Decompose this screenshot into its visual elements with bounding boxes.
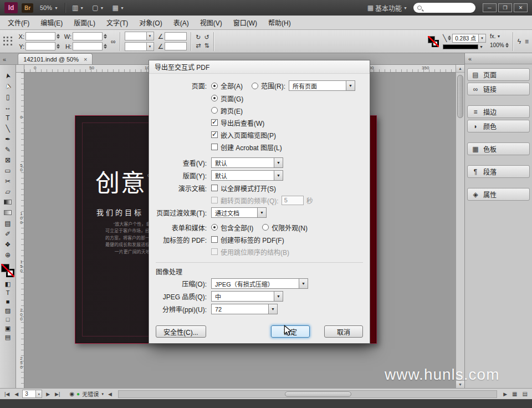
- gradient-feather-tool-icon[interactable]: ▆: [2, 207, 14, 218]
- stroke-weight-spinner[interactable]: [448, 34, 451, 42]
- horizontal-scrollbar[interactable]: [118, 390, 497, 398]
- screen-mode-tool-button[interactable]: ▣: [2, 324, 14, 333]
- x-position-input[interactable]: [25, 32, 55, 40]
- open-fullscreen-checkbox[interactable]: 以全屏模式打开(S): [211, 183, 276, 193]
- panel-button-attributes[interactable]: ◈ 属性: [467, 188, 530, 201]
- panel-menu-icon[interactable]: ≡: [525, 38, 529, 45]
- transform-icon[interactable]: ↻: [196, 34, 201, 41]
- formatting-tool-button[interactable]: ◧: [2, 279, 14, 288]
- export-spreads-radio[interactable]: 跨页(E): [211, 106, 243, 115]
- page-transitions-select[interactable]: 通过文档: [211, 207, 267, 218]
- selection-tool-icon[interactable]: ➤: [2, 70, 14, 81]
- panel-button-links[interactable]: ∞ 链接: [467, 83, 530, 95]
- appearance-only-radio[interactable]: 仅限外观(N): [262, 223, 308, 232]
- width-spinner[interactable]: [104, 32, 107, 40]
- statusbar-panel-icon[interactable]: ▤: [521, 391, 529, 397]
- statusbar-panel-icon[interactable]: ▦: [511, 391, 518, 397]
- y-position-input[interactable]: [25, 42, 55, 50]
- zoom-tool-icon[interactable]: ⊕: [2, 249, 14, 260]
- line-tool-icon[interactable]: ╲: [2, 123, 14, 134]
- stroke-weight-combo[interactable]: 0.283 点: [452, 34, 486, 43]
- search-box[interactable]: [413, 3, 475, 13]
- formatting-tool-button[interactable]: T: [2, 288, 14, 297]
- create-tagged-pdf-checkbox[interactable]: 创建带标签的 PDF(F): [211, 235, 284, 244]
- view-select[interactable]: 默认: [211, 157, 283, 168]
- scale-y-combo[interactable]: [125, 42, 154, 51]
- bridge-button[interactable]: Br: [22, 3, 33, 13]
- first-page-button[interactable]: |◀: [3, 391, 11, 397]
- note-tool-icon[interactable]: ▤: [2, 218, 14, 228]
- menu-item[interactable]: 窗口(W): [228, 15, 263, 30]
- quick-apply-icon[interactable]: ϟ: [518, 38, 521, 45]
- scroll-down-icon[interactable]: ▼: [456, 380, 464, 388]
- jpeg-quality-select[interactable]: 中: [211, 291, 283, 302]
- height-spinner[interactable]: [104, 42, 107, 50]
- pages-range-radio[interactable]: 范围(R):: [252, 81, 285, 90]
- menu-item[interactable]: 帮助(H): [263, 15, 296, 30]
- hand-tool-icon[interactable]: ❖: [2, 239, 14, 249]
- tab-close-icon[interactable]: ×: [84, 56, 87, 63]
- previous-page-button[interactable]: ◀: [13, 391, 19, 397]
- transform-icon[interactable]: ⇅: [204, 42, 209, 49]
- expand-panels-icon[interactable]: «: [468, 55, 472, 62]
- direct-selection-tool-icon[interactable]: ➤: [2, 81, 14, 91]
- panel-button-swatches[interactable]: ▦ 色板: [467, 142, 530, 155]
- menu-item[interactable]: 对象(O): [134, 15, 167, 30]
- flip-frequency-input[interactable]: [282, 196, 304, 205]
- rotation-angle-input[interactable]: [165, 32, 187, 40]
- flip-pages-checkbox[interactable]: 翻转页面的频率(Q):: [211, 196, 279, 205]
- preflight-status[interactable]: ◉ ● 无错误 ▼: [69, 390, 104, 398]
- workspace-switcher[interactable]: ▦ 基本功能 ▼: [365, 2, 410, 14]
- menu-item[interactable]: 文字(T): [101, 15, 134, 30]
- menu-item[interactable]: 编辑(E): [35, 15, 68, 30]
- restore-button[interactable]: ❐: [498, 3, 512, 12]
- scale-x-combo[interactable]: [125, 32, 154, 40]
- layout-select[interactable]: 默认: [211, 170, 283, 181]
- screen-mode-button[interactable]: ▢ ▼: [90, 3, 106, 13]
- menu-item[interactable]: 版面(L): [68, 15, 101, 30]
- cancel-button[interactable]: 取消: [324, 325, 363, 338]
- menu-item[interactable]: 视图(V): [195, 15, 228, 30]
- next-page-button[interactable]: ▶: [45, 391, 51, 397]
- scroll-up-icon[interactable]: ▲: [456, 65, 464, 73]
- gap-tool-icon[interactable]: ↔: [2, 102, 14, 113]
- free-transform-tool-icon[interactable]: ▱: [2, 186, 14, 197]
- document-tab[interactable]: 142101.indd @ 50% ×: [18, 53, 93, 64]
- scroll-left-icon[interactable]: ◀: [107, 391, 113, 397]
- tab-order-structure-checkbox[interactable]: 使用跳位顺序的结构(B): [211, 247, 289, 257]
- screen-mode-tool-button[interactable]: ▤: [2, 333, 14, 341]
- formatting-tool-button[interactable]: ▨: [2, 306, 14, 315]
- constrain-proportions-icon[interactable]: ∞: [111, 38, 116, 45]
- opacity-spinner[interactable]: [505, 41, 509, 49]
- transform-icon[interactable]: ↺: [204, 34, 209, 41]
- panel-button-color[interactable]: ◗ 颜色: [467, 120, 530, 132]
- zoom-level-dropdown[interactable]: 50% ▼: [37, 3, 61, 12]
- page-tool-icon[interactable]: ▯: [2, 91, 14, 102]
- x-spinner[interactable]: [57, 32, 60, 40]
- create-acrobat-layers-checkbox[interactable]: 创建 Acrobat 图层(L): [211, 142, 282, 152]
- menu-item[interactable]: 文件(F): [2, 15, 35, 30]
- horizontal-scrollbar-thumb[interactable]: [285, 391, 351, 397]
- tab-scroll-left-icon[interactable]: «: [0, 56, 9, 64]
- shear-angle-input[interactable]: [165, 42, 187, 50]
- effects-button[interactable]: fx.: [490, 33, 496, 39]
- view-options-button[interactable]: ▥ ▼: [70, 3, 86, 13]
- resolution-select[interactable]: 72: [211, 304, 278, 314]
- chevron-down-icon[interactable]: ▼: [101, 392, 104, 396]
- transform-icon[interactable]: ⇄: [196, 42, 201, 49]
- pages-all-radio[interactable]: 全部(A): [211, 81, 243, 90]
- panel-button-stroke[interactable]: ≡ 描边: [467, 105, 530, 118]
- formatting-tool-button[interactable]: □: [2, 315, 14, 324]
- fill-stroke-color-proxy[interactable]: [1, 264, 14, 277]
- vertical-ruler[interactable]: 0 50 100 150 200 250: [16, 73, 24, 388]
- rectangle-tool-icon[interactable]: ▭: [2, 165, 14, 176]
- opacity-value[interactable]: 100%: [490, 42, 504, 48]
- formatting-tool-button[interactable]: ■: [2, 297, 14, 306]
- rectangle-frame-tool-icon[interactable]: ⊠: [2, 155, 14, 165]
- stroke-type-swatch[interactable]: [443, 44, 478, 49]
- embed-page-thumbnails-checkbox[interactable]: 嵌入页面缩览图(P): [211, 130, 276, 140]
- vertical-scrollbar-thumb[interactable]: [457, 75, 463, 118]
- panel-button-pages[interactable]: ▤ 页面: [467, 68, 530, 81]
- scroll-right-icon[interactable]: ▶: [502, 391, 508, 397]
- pencil-tool-icon[interactable]: ✎: [2, 144, 14, 155]
